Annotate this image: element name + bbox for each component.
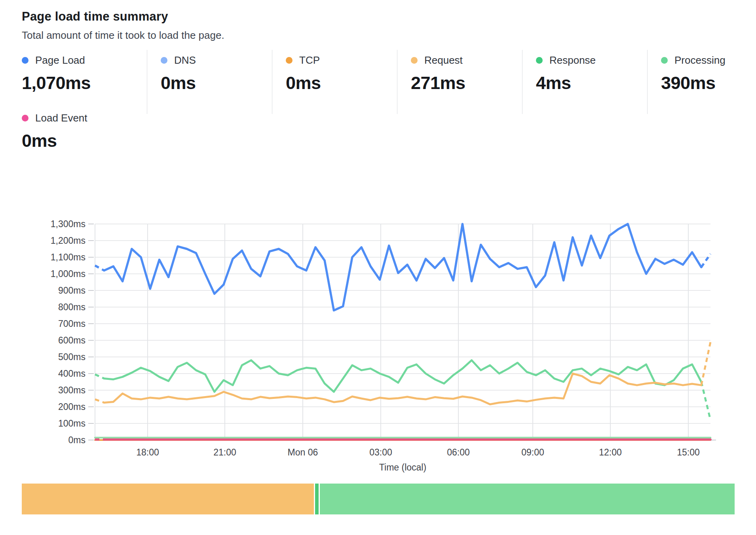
- svg-text:15:00: 15:00: [677, 447, 700, 457]
- page-load-legend-dot: [22, 57, 28, 64]
- svg-text:500ms: 500ms: [58, 352, 85, 362]
- metric-label: Page Load: [35, 54, 85, 66]
- load-event-legend-dot: [22, 115, 28, 121]
- request-legend-dot: [411, 57, 418, 64]
- processing-legend-dot: [661, 57, 668, 64]
- metric-value: 0ms: [286, 73, 397, 93]
- svg-text:21:00: 21:00: [213, 447, 236, 457]
- x-axis-title: Time (local): [95, 462, 710, 473]
- metric-value: 4ms: [536, 73, 647, 93]
- svg-text:06:00: 06:00: [447, 447, 470, 457]
- svg-text:900ms: 900ms: [58, 285, 85, 296]
- svg-text:1,000ms: 1,000ms: [51, 269, 85, 279]
- svg-text:600ms: 600ms: [58, 335, 85, 345]
- metrics-row: Page Load 1,070ms DNS 0ms TCP 0ms Reques…: [22, 50, 756, 114]
- metric-value: 0ms: [22, 131, 180, 151]
- metric-processing: Processing 390ms: [647, 50, 756, 114]
- svg-text:0ms: 0ms: [68, 435, 85, 445]
- metric-request: Request 271ms: [397, 50, 522, 114]
- metric-value: 0ms: [161, 73, 272, 93]
- svg-text:1,200ms: 1,200ms: [51, 235, 85, 246]
- svg-text:09:00: 09:00: [521, 447, 544, 457]
- metric-label: Processing: [674, 54, 726, 66]
- metric-label: Request: [424, 54, 463, 66]
- svg-text:1,300ms: 1,300ms: [51, 219, 85, 229]
- response-legend-dot: [536, 57, 543, 64]
- metric-value: 271ms: [411, 73, 522, 93]
- metric-load-event: Load Event 0ms: [22, 108, 180, 172]
- svg-text:300ms: 300ms: [58, 385, 85, 395]
- svg-text:400ms: 400ms: [58, 368, 85, 379]
- metric-dns: DNS 0ms: [147, 50, 272, 114]
- svg-text:200ms: 200ms: [58, 402, 85, 412]
- svg-text:700ms: 700ms: [58, 319, 85, 329]
- svg-text:Mon 06: Mon 06: [288, 447, 318, 457]
- metric-value: 1,070ms: [22, 73, 147, 93]
- metric-label: TCP: [299, 54, 320, 66]
- metric-label: DNS: [174, 54, 196, 66]
- metric-page-load: Page Load 1,070ms: [22, 50, 147, 114]
- metric-label: Response: [549, 54, 596, 66]
- svg-text:100ms: 100ms: [58, 418, 85, 429]
- page-subtitle: Total amount of time it took to load the…: [22, 29, 224, 42]
- tcp-legend-dot: [286, 57, 293, 64]
- metric-tcp: TCP 0ms: [272, 50, 397, 114]
- metric-label: Load Event: [35, 112, 87, 124]
- svg-text:18:00: 18:00: [136, 447, 159, 457]
- page-load-summary-panel: { "header": { "title": "Page load time s…: [0, 0, 756, 535]
- svg-text:800ms: 800ms: [58, 302, 85, 312]
- divider-share-segment[interactable]: [315, 484, 318, 514]
- svg-text:12:00: 12:00: [599, 447, 622, 457]
- svg-text:03:00: 03:00: [369, 447, 392, 457]
- svg-text:1,100ms: 1,100ms: [51, 252, 85, 262]
- duration-breakdown-bar: [22, 484, 735, 514]
- processing-share-segment[interactable]: [320, 484, 735, 514]
- request-share-segment[interactable]: [22, 484, 314, 514]
- metric-response: Response 4ms: [522, 50, 647, 114]
- metric-value: 390ms: [661, 73, 756, 93]
- dns-legend-dot: [161, 57, 167, 64]
- page-title: Page load time summary: [22, 9, 168, 24]
